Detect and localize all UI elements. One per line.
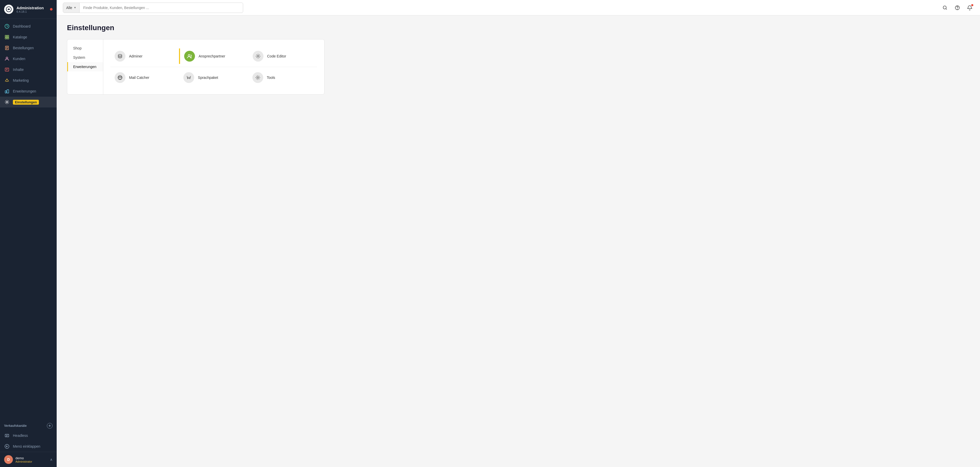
svg-rect-2	[5, 35, 7, 37]
app-logo	[4, 5, 13, 14]
settings-layout: Shop System Erweiterungen	[67, 39, 325, 95]
verkaufskanaele-label: Verkaufskanäle	[4, 424, 27, 427]
user-info: demo Administrator	[16, 456, 32, 463]
sidebar-item-inhalte-label: Inhalte	[13, 67, 24, 72]
svg-point-7	[6, 57, 8, 59]
code-editor-label: Code Editor	[267, 54, 286, 58]
sprachpaket-label: Sprachpaket	[198, 75, 218, 80]
settings-row-1: Adminer	[110, 46, 317, 67]
search-icon-button[interactable]	[941, 3, 949, 12]
settings-sidebar-nav: Shop System Erweiterungen	[67, 40, 103, 94]
mail-catcher-label: Mail Catcher	[129, 75, 150, 80]
bestellungen-icon	[4, 45, 10, 51]
search-filter-chevron-icon: ▼	[74, 6, 76, 9]
sidebar: Administration 6.4.18.1 Dashboard	[0, 0, 57, 467]
user-chevron-icon[interactable]: ∧	[50, 457, 52, 462]
settings-row-2: Mail Catcher Sprachpaket	[110, 67, 317, 88]
sidebar-item-bestellungen-label: Bestellungen	[13, 46, 34, 50]
search-filter-button[interactable]: Alle ▼	[63, 3, 80, 13]
settings-items-main: Adminer	[103, 40, 324, 94]
svg-rect-3	[7, 35, 9, 37]
sidebar-item-headless[interactable]: Headless	[0, 430, 57, 441]
sidebar-item-inhalte[interactable]: Inhalte	[0, 64, 57, 75]
sidebar-item-marketing-label: Marketing	[13, 78, 29, 83]
marketing-icon	[4, 78, 10, 83]
sidebar-item-kunden[interactable]: Kunden	[0, 53, 57, 64]
collapse-label: Menü einklappen	[13, 444, 40, 448]
collapse-menu-item[interactable]: Menü einklappen	[0, 441, 57, 452]
settings-item-mail-catcher[interactable]: Mail Catcher	[110, 67, 179, 88]
sidebar-item-bestellungen[interactable]: Bestellungen	[0, 43, 57, 53]
sidebar-item-kataloge[interactable]: Kataloge	[0, 32, 57, 43]
svg-point-22	[257, 77, 259, 78]
mail-catcher-icon	[115, 72, 126, 83]
sidebar-item-erweiterungen-label: Erweiterungen	[13, 89, 36, 93]
collapse-icon	[4, 443, 10, 449]
sidebar-item-kataloge-label: Kataloge	[13, 35, 27, 39]
settings-item-code-editor[interactable]: Code Editor	[248, 46, 317, 67]
sidebar-header: Administration 6.4.18.1	[0, 0, 57, 19]
erweiterungen-icon	[4, 88, 10, 94]
inhalte-icon	[4, 67, 10, 72]
sidebar-item-dashboard-label: Dashboard	[13, 24, 31, 28]
search-input[interactable]	[80, 6, 243, 10]
dashboard-icon	[4, 24, 10, 29]
page-title: Einstellungen	[67, 24, 970, 32]
svg-point-18	[188, 55, 190, 56]
user-footer: D demo Administrator ∧	[0, 452, 57, 467]
settings-item-adminer[interactable]: Adminer	[110, 46, 179, 67]
main-content: Alle ▼	[57, 0, 980, 467]
tools-icon	[252, 72, 263, 83]
sidebar-item-kunden-label: Kunden	[13, 57, 25, 61]
svg-point-17	[118, 54, 122, 56]
notification-dot	[50, 8, 52, 11]
verkaufskanaele-header: Verkaufskanäle +	[0, 419, 57, 430]
tools-label: Tools	[267, 75, 275, 80]
svg-point-19	[257, 56, 259, 57]
adminer-icon	[115, 51, 126, 62]
help-icon-button[interactable]	[953, 3, 961, 12]
svg-point-11	[6, 101, 8, 103]
user-name: demo	[16, 456, 32, 460]
svg-rect-5	[7, 37, 9, 39]
svg-rect-4	[5, 37, 7, 39]
add-verkaufskanal-button[interactable]: +	[47, 423, 52, 429]
search-filter-label: Alle	[66, 6, 72, 10]
sidebar-item-einstellungen-label: Einstellungen	[13, 100, 39, 105]
sidebar-item-dashboard[interactable]: Dashboard	[0, 21, 57, 32]
sidebar-item-headless-label: Headless	[13, 434, 28, 438]
kataloge-icon	[4, 34, 10, 40]
adminer-label: Adminer	[129, 54, 142, 58]
kunden-icon	[4, 56, 10, 62]
notification-icon-button[interactable]	[966, 3, 974, 12]
topbar-icons	[941, 3, 974, 12]
svg-rect-9	[5, 91, 6, 93]
settings-nav-erweiterungen[interactable]: Erweiterungen	[67, 62, 103, 72]
page-content: Einstellungen Shop System Erweiterungen	[57, 16, 980, 467]
settings-item-sprachpaket[interactable]: Sprachpaket	[179, 67, 248, 88]
svg-rect-10	[7, 90, 9, 93]
sprachpaket-icon	[183, 72, 194, 83]
svg-rect-8	[5, 68, 9, 71]
sidebar-item-einstellungen[interactable]: Einstellungen	[0, 97, 57, 107]
sidebar-item-erweiterungen[interactable]: Erweiterungen	[0, 86, 57, 97]
settings-nav-shop[interactable]: Shop	[67, 43, 103, 53]
user-avatar: D	[4, 455, 13, 464]
app-name: Administration	[16, 6, 44, 10]
code-editor-icon	[253, 51, 264, 62]
topbar: Alle ▼	[57, 0, 980, 16]
svg-rect-12	[5, 434, 9, 437]
einstellungen-icon	[4, 99, 10, 105]
settings-item-tools[interactable]: Tools	[248, 67, 317, 88]
sidebar-item-marketing[interactable]: Marketing	[0, 75, 57, 86]
search-container: Alle ▼	[63, 3, 243, 13]
headless-icon	[4, 433, 10, 438]
app-title-block: Administration 6.4.18.1	[16, 6, 44, 13]
svg-point-14	[943, 6, 946, 9]
svg-point-16	[957, 9, 958, 9]
settings-item-ansprechpartner[interactable]: Ansprechpartner	[180, 46, 248, 67]
ansprechpartner-label: Ansprechpartner	[199, 54, 225, 58]
user-role: Administrator	[16, 460, 32, 463]
settings-nav-system[interactable]: System	[67, 53, 103, 62]
notification-badge	[971, 4, 973, 6]
